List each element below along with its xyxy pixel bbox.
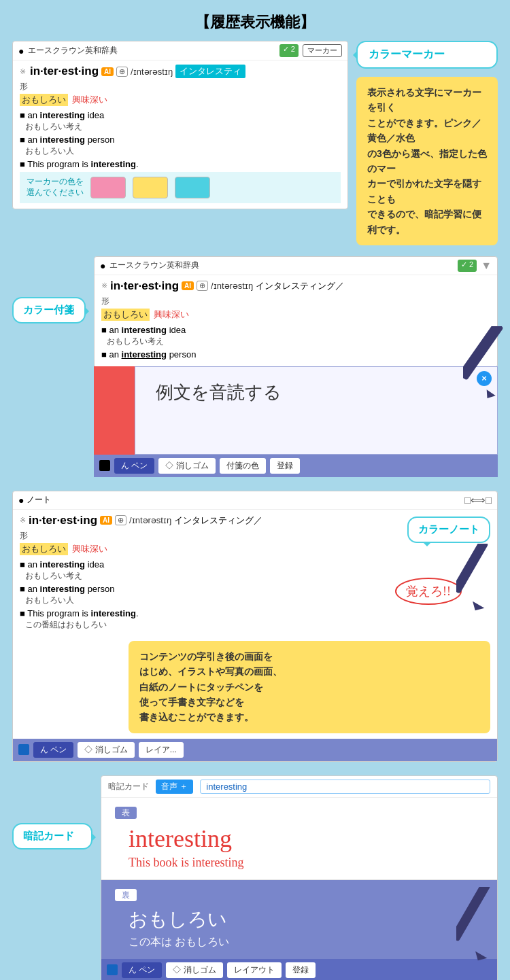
handwriting-circle: 覚えろ!! (395, 578, 462, 605)
example3-en: ■ This program is interesting. (20, 159, 341, 169)
toolbar-pen-btn[interactable]: ん ペン (114, 458, 154, 474)
toolbar-register-btn[interactable]: 登録 (270, 458, 300, 474)
pen-color-black[interactable] (99, 460, 110, 471)
toolbar-color-btn[interactable]: 付箋の色 (220, 458, 266, 474)
example2: ■ an interesting person おもしろい人 (20, 135, 341, 157)
card-toolbar-layout[interactable]: レイアウト (227, 962, 282, 978)
s3-word-line: ※ in·ter·est·ing AI ⊕ /ɪntərəstɪŋ インタレステ… (20, 514, 381, 527)
toolbar-eraser-btn[interactable]: ◇ 消しゴム (158, 458, 215, 474)
s3-ex2-en: ■ an interesting person (20, 584, 381, 594)
example1: ■ an interesting idea おもしろい考え (20, 110, 341, 133)
sticky-overlay: × 例文を音読する ん ペン ◇ 消しゴム (94, 366, 498, 477)
plus-badge[interactable]: ⊕ (116, 67, 128, 77)
s2-highlights: おもしろい 興味深い (101, 309, 490, 321)
svg-marker-3 (469, 601, 484, 614)
example1-bold: interesting (40, 110, 85, 120)
example1-ja: おもしろい考え (20, 121, 341, 133)
s2-word[interactable]: in·ter·est·ing (110, 279, 179, 293)
s2-badge-num: ✓ 2 (458, 260, 477, 272)
s3-ex1: ■ an interesting idea おもしろい考え (20, 559, 381, 582)
s3-plus[interactable]: ⊕ (115, 515, 126, 525)
word-pos: 形 (20, 80, 341, 94)
swatch-cyan[interactable] (175, 177, 210, 198)
s3-toolbar-layout[interactable]: レイア... (139, 742, 184, 758)
section4-callout-area: 暗記カード (12, 775, 101, 850)
card-toolbar-register[interactable]: 登録 (286, 962, 316, 978)
s3-hw-circle-wrap: 覚えろ!! (395, 578, 490, 605)
svg-marker-5 (472, 951, 487, 964)
card-front-label: 表 (115, 807, 137, 819)
badge-checknum: ✓ 2 (279, 44, 299, 57)
sticky-toolbar: ん ペン ◇ 消しゴム 付箋の色 登録 (94, 455, 498, 477)
callout-sticky-label: カラー付箋 (23, 304, 74, 315)
section3-box: ● ノート □⟺□ ※ in·ter·est·ing AI ⊕ /ɪntərəs… (12, 491, 498, 762)
card-front-hw1: interesting (115, 819, 483, 856)
card-back-hw1: おもしろい (115, 901, 483, 935)
svg-marker-1 (483, 389, 496, 401)
note-label: ノート (27, 494, 51, 506)
handwriting-panel: × 例文を音読する (135, 366, 498, 455)
s3-toolbar-pen[interactable]: ん ペン (33, 742, 73, 758)
swatch-pink[interactable] (90, 177, 126, 198)
callout-note-label: カラーノート (418, 523, 479, 535)
s3-pos: 形 (20, 529, 381, 543)
word-main[interactable]: in·ter·est·ing (30, 65, 99, 78)
example1-en: ■ an interesting idea (20, 110, 341, 120)
s3-toolbar-eraser[interactable]: ◇ 消しゴム (78, 742, 134, 758)
s2-ex1-ja: おもしろい考え (101, 336, 490, 347)
card-back-hw2: この本は おもしろい (115, 935, 483, 949)
s3-callout-yellow: コンテンツの字引き後の画面をはじめ、イラストや写真の画面、白紙のノートにタッチペ… (129, 641, 490, 733)
example2-en: ■ an interesting person (20, 135, 341, 145)
badge-marker[interactable]: マーカー (303, 44, 342, 57)
s2-dropdown[interactable]: ▼ (481, 260, 492, 272)
asterisk: ※ (20, 67, 26, 76)
s3-pen-color[interactable] (18, 744, 29, 755)
card-word-input[interactable] (200, 780, 490, 794)
section2-dict: ● エースクラウン英和辞典 ✓ 2 ▼ ※ in·ter·est·ing AI … (94, 256, 498, 368)
section3-container: ● ノート □⟺□ ※ in·ter·est·ing AI ⊕ /ɪntərəs… (12, 491, 498, 762)
s3-highlights: おもしろい 興味深い (20, 543, 381, 555)
s2-plus[interactable]: ⊕ (197, 281, 208, 291)
s2-ai: AI (182, 281, 194, 290)
card-toolbar-pen[interactable]: ん ペン (122, 962, 162, 978)
sticky-panel: × 例文を音読する (94, 366, 498, 455)
s3-h2: 興味深い (72, 543, 107, 555)
dict-name: エースクラウン英和辞典 (28, 45, 118, 56)
callout-card: 暗記カード (12, 823, 92, 850)
s3-yellow-box-wrap: コンテンツの字引き後の画面をはじめ、イラストや写真の画面、白紙のノートにタッチペ… (20, 641, 490, 733)
s3-dot: ● (18, 495, 24, 506)
card-pen-color[interactable] (107, 964, 118, 975)
s3-ex3: ■ This program is interesting. この番組はおもしろ… (20, 608, 381, 631)
callout-bubble-marker: カラーマーカー (356, 41, 498, 69)
callout-yellow-text: 表示される文字にマーカーを引くことができます。ピンク／黄色／水色の3色から選べ、… (356, 77, 498, 245)
marker-color-label: マーカーの色を選んでください (27, 177, 84, 198)
card-toolbar-eraser[interactable]: ◇ 消しゴム (166, 962, 222, 978)
marker-color-row: マーカーの色を選んでください (20, 172, 341, 203)
s2-ex1-en: ■ an interesting idea (101, 325, 490, 335)
section2-layout: カラー付箋 ● エースクラウン英和辞典 ✓ 2 ▼ (12, 256, 498, 477)
callout-sticky-arrow (84, 307, 94, 316)
s3-kana: インタレスティング／ (174, 514, 262, 527)
s2-ex2-en: ■ an interesting person (101, 349, 490, 360)
ai-badge: AI (101, 67, 114, 76)
s3-ex2-ja: おもしろい人 (20, 595, 381, 606)
pen-diagonal (463, 326, 510, 417)
example2-bold: interesting (40, 135, 85, 145)
card-back: 裏 おもしろい この本は おもしろい (101, 880, 497, 959)
example3: ■ This program is interesting. (20, 159, 341, 169)
s3-asterisk: ※ (20, 516, 26, 525)
s3-ex2: ■ an interesting person おもしろい人 (20, 584, 381, 606)
callout-note: カラーノート (407, 517, 490, 543)
s2-word-line: ※ in·ter·est·ing AI ⊕ /ɪntərəstɪŋ インタレステ… (101, 279, 490, 293)
note-icons[interactable]: □⟺□ (464, 494, 492, 506)
swatch-yellow[interactable] (133, 177, 168, 198)
s3-word[interactable]: in·ter·est·ing (29, 514, 97, 527)
pink-sticky-bar (94, 366, 135, 455)
s3-toolbar: ん ペン ◇ 消しゴム レイア... (13, 739, 497, 761)
s2-ex2: ■ an interesting person (101, 349, 490, 360)
section2-container: カラー付箋 ● エースクラウン英和辞典 ✓ 2 ▼ (12, 256, 498, 477)
example2-ja: おもしろい人 (20, 145, 341, 157)
s2-phonetic: /ɪntərəstɪŋ (211, 281, 253, 291)
audio-btn[interactable]: 音声 ＋ (156, 780, 193, 794)
s3-ai: AI (100, 516, 112, 525)
